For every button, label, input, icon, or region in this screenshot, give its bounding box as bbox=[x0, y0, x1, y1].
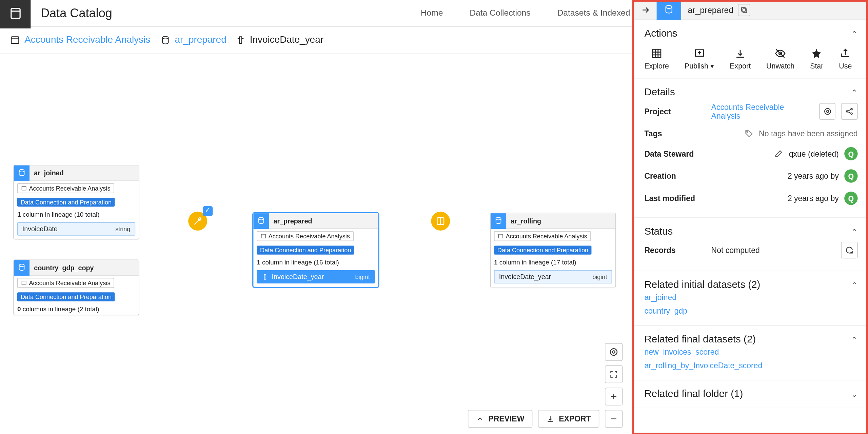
recipe-prepare-icon[interactable] bbox=[188, 212, 207, 231]
tab-home[interactable]: Home bbox=[407, 0, 456, 26]
lineage-count: 1 column in lineage (17 total) bbox=[494, 259, 576, 266]
svg-point-4 bbox=[162, 36, 168, 38]
creation-value: 2 years ago by bbox=[788, 172, 839, 180]
section-actions: Actions ⌃ Explore Publish ▾ Export Unwat… bbox=[634, 20, 868, 78]
action-explore[interactable]: Explore bbox=[644, 47, 669, 70]
svg-rect-14 bbox=[261, 234, 265, 238]
svg-rect-9 bbox=[22, 186, 26, 190]
label-creation: Creation bbox=[644, 172, 711, 180]
project-tag: Accounts Receivable Analysis bbox=[494, 231, 591, 241]
pipeline-tag: Data Connection and Preparation bbox=[494, 245, 592, 254]
section-details: Details ⌃ Project Accounts Receivable An… bbox=[634, 79, 868, 218]
node-title: ar_joined bbox=[29, 169, 64, 177]
column-row[interactable]: InvoiceDate_year bigint bbox=[257, 270, 375, 283]
details-panel: ar_prepared Actions ⌃ Explore Publish ▾ … bbox=[634, 0, 868, 434]
target-icon[interactable] bbox=[605, 343, 623, 361]
column-type: bigint bbox=[592, 274, 607, 280]
action-star[interactable]: Star bbox=[810, 47, 823, 70]
avatar[interactable]: Q bbox=[844, 192, 857, 205]
section-related-final: Related final datasets (2) ⌃ new_invoice… bbox=[634, 326, 868, 380]
open-project-icon[interactable] bbox=[819, 103, 836, 120]
section-details-toggle[interactable]: Details ⌃ bbox=[644, 86, 857, 98]
pipeline-tag: Data Connection and Preparation bbox=[17, 292, 115, 301]
svg-point-40 bbox=[612, 351, 615, 353]
section-related-initial-toggle[interactable]: Related initial datasets (2) ⌃ bbox=[644, 279, 857, 291]
svg-rect-2 bbox=[11, 37, 19, 43]
project-tag: Accounts Receivable Analysis bbox=[17, 278, 114, 288]
svg-point-13 bbox=[259, 217, 264, 219]
column-type: string bbox=[115, 225, 130, 232]
collapse-panel-button[interactable] bbox=[634, 0, 657, 20]
tab-collections[interactable]: Data Collections bbox=[456, 0, 544, 26]
eye-off-icon bbox=[774, 47, 787, 60]
crumb-dataset-link[interactable]: ar_prepared bbox=[175, 34, 226, 45]
postgres-icon bbox=[657, 0, 681, 20]
section-status-toggle[interactable]: Status ⌃ bbox=[644, 225, 857, 237]
crumb-project-link[interactable]: Accounts Receivable Analysis bbox=[24, 34, 150, 45]
chevron-up-icon bbox=[476, 415, 484, 423]
svg-rect-19 bbox=[499, 234, 503, 238]
section-actions-toggle[interactable]: Actions ⌃ bbox=[644, 28, 857, 39]
fullscreen-icon[interactable] bbox=[605, 366, 623, 383]
related-link[interactable]: country_gdp bbox=[644, 304, 857, 317]
column-row[interactable]: InvoiceDate_year bigint bbox=[494, 270, 612, 283]
label-steward: Data Steward bbox=[644, 149, 711, 158]
share-project-icon[interactable] bbox=[841, 103, 858, 120]
node-ar-rolling[interactable]: ar_rolling Accounts Receivable Analysis … bbox=[490, 213, 616, 287]
svg-point-35 bbox=[851, 113, 852, 114]
node-ar-prepared[interactable]: ar_prepared Accounts Receivable Analysis… bbox=[253, 213, 379, 287]
crumb-project[interactable]: Accounts Receivable Analysis bbox=[10, 34, 151, 45]
related-link[interactable]: new_invoices_scored bbox=[644, 345, 857, 358]
section-related-folder-toggle[interactable]: Related final folder (1) ⌄ bbox=[644, 388, 857, 400]
action-export[interactable]: Export bbox=[730, 47, 751, 70]
svg-rect-11 bbox=[22, 281, 26, 285]
export-button[interactable]: EXPORT bbox=[538, 410, 599, 428]
node-title: ar_prepared bbox=[269, 217, 312, 225]
svg-rect-0 bbox=[11, 8, 20, 18]
svg-point-38 bbox=[746, 131, 747, 132]
avatar[interactable]: Q bbox=[844, 147, 857, 160]
preview-button[interactable]: PREVIEW bbox=[468, 410, 533, 428]
copy-name-button[interactable] bbox=[738, 4, 750, 16]
column-name: InvoiceDate_year bbox=[272, 273, 324, 281]
lineage-count: 1 column in lineage (16 total) bbox=[257, 259, 339, 266]
download-icon bbox=[547, 415, 554, 423]
zoom-in-button[interactable] bbox=[605, 388, 623, 406]
project-link[interactable]: Accounts Receivable Analysis bbox=[711, 102, 814, 120]
svg-rect-21 bbox=[743, 8, 746, 12]
download-icon bbox=[734, 47, 746, 60]
postgres-icon bbox=[491, 213, 506, 229]
svg-line-37 bbox=[848, 112, 851, 113]
svg-point-31 bbox=[824, 108, 830, 115]
recipe-window-icon[interactable] bbox=[431, 212, 450, 231]
action-use[interactable]: Use bbox=[839, 47, 852, 70]
node-title: ar_rolling bbox=[506, 217, 541, 225]
crumb-dataset[interactable]: ar_prepared bbox=[160, 34, 226, 45]
svg-rect-22 bbox=[741, 7, 745, 11]
pipeline-tag: Data Connection and Preparation bbox=[257, 245, 354, 254]
node-ar-joined[interactable]: ar_joined Accounts Receivable Analysis D… bbox=[13, 165, 139, 239]
svg-point-10 bbox=[19, 264, 24, 266]
app-logo[interactable] bbox=[0, 0, 31, 28]
edit-icon[interactable] bbox=[774, 149, 783, 158]
tag-icon bbox=[744, 129, 753, 138]
refresh-icon[interactable] bbox=[841, 242, 857, 258]
label-records: Records bbox=[644, 245, 711, 254]
chevron-up-icon: ⌃ bbox=[851, 88, 858, 97]
node-country-gdp-copy[interactable]: country_gdp_copy Accounts Receivable Ana… bbox=[13, 259, 139, 315]
related-link[interactable]: ar_rolling_by_InvoiceDate_scored bbox=[644, 359, 857, 372]
section-related-folder: Related final folder (1) ⌄ bbox=[634, 380, 868, 408]
section-related-final-toggle[interactable]: Related final datasets (2) ⌃ bbox=[644, 334, 857, 345]
avatar[interactable]: Q bbox=[844, 169, 857, 182]
svg-rect-15 bbox=[264, 274, 266, 279]
action-unwatch[interactable]: Unwatch bbox=[766, 47, 794, 70]
panel-header: ar_prepared bbox=[634, 0, 868, 20]
action-publish[interactable]: Publish ▾ bbox=[685, 47, 714, 70]
brand-title: Data Catalog bbox=[41, 6, 112, 20]
zoom-out-button[interactable] bbox=[605, 410, 623, 428]
chevron-up-icon: ⌃ bbox=[851, 227, 858, 236]
column-row[interactable]: InvoiceDate string bbox=[17, 222, 135, 235]
canvas-controls: PREVIEW EXPORT bbox=[468, 343, 623, 428]
related-link[interactable]: ar_joined bbox=[644, 291, 857, 304]
crumb-column-label: InvoiceDate_year bbox=[250, 34, 323, 45]
